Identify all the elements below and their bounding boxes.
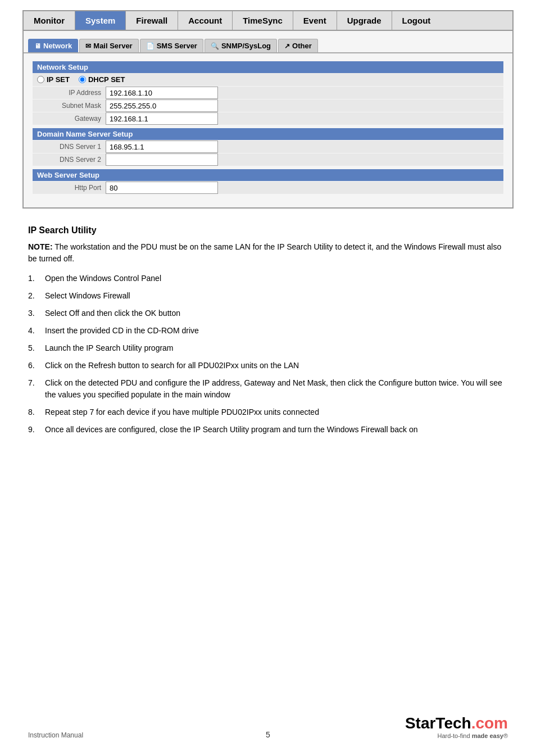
step-num-5: 5. <box>28 342 45 354</box>
step-text-1: Open the Windows Control Panel <box>45 273 508 284</box>
logo-tagline: Hard-to-find made easy® <box>405 732 508 739</box>
tab-mail-label: Mail Server <box>93 42 132 50</box>
main-nav: Monitor System Firewall Account TimeSync… <box>22 10 514 31</box>
gateway-label: Gateway <box>33 112 106 125</box>
ip-address-label: IP Address <box>33 87 106 99</box>
sms-icon: 📄 <box>146 42 155 50</box>
nav-event[interactable]: Event <box>293 11 337 30</box>
dhcp-set-label: DHCP SET <box>88 75 125 84</box>
tagline-plain: Hard-to-find <box>437 732 471 739</box>
nav-system[interactable]: System <box>75 11 126 30</box>
list-item: 2. Select Windows Firewall <box>28 290 508 302</box>
tab-snmp[interactable]: 🔍 SNMP/SysLog <box>205 39 277 52</box>
network-icon: 🖥 <box>34 42 41 50</box>
ip-search-title: IP Search Utility <box>28 225 508 236</box>
list-item: 8. Repeat step 7 for each device if you … <box>28 406 508 418</box>
dns-setup-header: Domain Name Server Setup <box>33 128 503 140</box>
other-icon: ↗ <box>284 42 290 50</box>
tab-other-label: Other <box>292 42 312 50</box>
subnet-mask-row: Subnet Mask <box>33 99 503 112</box>
note-prefix: NOTE: <box>28 242 53 251</box>
step-num-9: 9. <box>28 424 45 436</box>
tab-sms-server[interactable]: 📄 SMS Server <box>140 39 203 52</box>
startech-logo: StarTech.com Hard-to-find made easy® <box>405 714 508 739</box>
tagline-bold: made easy <box>472 732 503 739</box>
dhcp-set-radio[interactable] <box>79 76 86 83</box>
content-panel: 🖥 Network ✉ Mail Server 📄 SMS Server 🔍 S… <box>22 31 514 209</box>
step-num-6: 6. <box>28 360 45 372</box>
mail-icon: ✉ <box>85 42 91 50</box>
ip-address-input[interactable] <box>106 87 218 99</box>
steps-list: 1. Open the Windows Control Panel 2. Sel… <box>28 273 508 436</box>
step-text-9: Once all devices are configured, close t… <box>45 424 508 436</box>
tab-network[interactable]: 🖥 Network <box>28 39 78 52</box>
nav-firewall[interactable]: Firewall <box>126 11 178 30</box>
step-num-3: 3. <box>28 307 45 319</box>
step-text-4: Insert the provided CD in the CD-ROM dri… <box>45 325 508 337</box>
step-num-8: 8. <box>28 406 45 418</box>
dns-server2-input[interactable] <box>106 153 218 166</box>
ip-set-radio-label[interactable]: IP SET <box>37 75 70 84</box>
list-item: 9. Once all devices are configured, clos… <box>28 424 508 436</box>
http-port-input[interactable] <box>106 182 218 194</box>
instruction-manual-label: Instruction Manual <box>28 731 83 739</box>
step-num-4: 4. <box>28 325 45 337</box>
network-setup-header: Network Setup <box>33 61 503 73</box>
note-text: The workstation and the PDU must be on t… <box>28 242 501 263</box>
step-text-7: Click on the detected PDU and configure … <box>45 377 508 401</box>
list-item: 6. Click on the Refresh button to search… <box>28 360 508 372</box>
http-port-row: Http Port <box>33 182 503 194</box>
page-number: 5 <box>266 730 270 739</box>
step-num-1: 1. <box>28 273 45 284</box>
nav-upgrade[interactable]: Upgrade <box>337 11 392 30</box>
snmp-icon: 🔍 <box>211 42 219 50</box>
nav-logout[interactable]: Logout <box>392 11 441 30</box>
dns-server2-row: DNS Server 2 <box>33 153 503 166</box>
dns-server1-row: DNS Server 1 <box>33 141 503 153</box>
logo-com-text: .com <box>471 714 508 732</box>
sub-nav: 🖥 Network ✉ Mail Server 📄 SMS Server 🔍 S… <box>24 37 512 53</box>
subnet-mask-input[interactable] <box>106 99 218 112</box>
nav-monitor[interactable]: Monitor <box>24 11 75 30</box>
list-item: 7. Click on the detected PDU and configu… <box>28 377 508 401</box>
step-text-6: Click on the Refresh button to search fo… <box>45 360 508 372</box>
web-server-header: Web Server Setup <box>33 169 503 181</box>
list-item: 1. Open the Windows Control Panel <box>28 273 508 284</box>
step-text-5: Launch the IP Search Utility program <box>45 342 508 354</box>
tab-mail-server[interactable]: ✉ Mail Server <box>79 39 138 52</box>
note-paragraph: NOTE: The workstation and the PDU must b… <box>28 241 508 265</box>
subnet-mask-label: Subnet Mask <box>33 99 106 112</box>
tab-sms-label: SMS Server <box>157 42 197 50</box>
step-text-3: Select Off and then click the OK button <box>45 307 508 319</box>
list-item: 3. Select Off and then click the OK butt… <box>28 307 508 319</box>
nav-account[interactable]: Account <box>178 11 233 30</box>
gateway-row: Gateway <box>33 112 503 125</box>
step-num-7: 7. <box>28 377 45 389</box>
list-item: 5. Launch the IP Search Utility program <box>28 342 508 354</box>
logo-text: StarTech.com <box>405 714 508 732</box>
tab-network-label: Network <box>43 42 72 50</box>
ip-set-radio[interactable] <box>37 76 44 83</box>
nav-timesync[interactable]: TimeSync <box>233 11 293 30</box>
http-port-label: Http Port <box>33 182 106 194</box>
dns-server1-input[interactable] <box>106 141 218 153</box>
dhcp-set-radio-label[interactable]: DHCP SET <box>79 75 125 84</box>
ip-set-label: IP SET <box>47 75 70 84</box>
step-num-2: 2. <box>28 290 45 302</box>
tab-other[interactable]: ↗ Other <box>278 39 318 52</box>
form-area: Network Setup IP SET DHCP SET IP Address… <box>24 53 512 198</box>
logo-main-text: StarTech <box>405 714 471 732</box>
tab-snmp-label: SNMP/SysLog <box>221 42 271 50</box>
tagline-suffix: ® <box>503 732 508 739</box>
ip-address-row: IP Address <box>33 87 503 99</box>
dns-server2-label: DNS Server 2 <box>33 153 106 166</box>
dns-server1-label: DNS Server 1 <box>33 141 106 153</box>
list-item: 4. Insert the provided CD in the CD-ROM … <box>28 325 508 337</box>
step-text-8: Repeat step 7 for each device if you hav… <box>45 406 508 418</box>
footer: Instruction Manual 5 StarTech.com Hard-t… <box>0 714 536 739</box>
step-text-2: Select Windows Firewall <box>45 290 508 302</box>
ip-dhcp-radio-row: IP SET DHCP SET <box>33 73 503 86</box>
body-content: IP Search Utility NOTE: The workstation … <box>28 225 508 436</box>
gateway-input[interactable] <box>106 112 218 125</box>
